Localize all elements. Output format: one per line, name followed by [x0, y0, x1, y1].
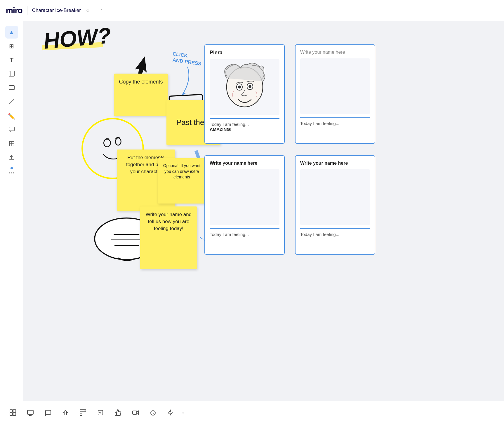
active-tool-indicator — [11, 167, 13, 169]
tool-upload[interactable] — [5, 152, 18, 165]
bottom-thumbsup[interactable] — [112, 407, 124, 418]
sticky-optional[interactable]: Optional: If you want you can draw extra… — [158, 158, 206, 204]
bolt-icon — [167, 409, 174, 416]
card-piera-feeling-value[interactable]: AMAZING! — [210, 127, 279, 132]
card-blank-3-name[interactable]: Write your name here — [300, 161, 370, 166]
topbar-divider — [27, 6, 27, 15]
svg-rect-0 — [9, 71, 14, 76]
line-icon — [8, 98, 15, 106]
tool-text[interactable]: T — [5, 54, 18, 67]
svg-text:HOW?: HOW? — [42, 23, 112, 53]
svg-rect-33 — [10, 413, 13, 416]
sticky-write-name[interactable]: Write your name and tell us how you are … — [140, 206, 197, 269]
canvas[interactable]: HOW? CLICK AND PRESS ↑ ALT — [23, 21, 504, 401]
crop-icon — [8, 140, 15, 148]
svg-text:AND PRESS: AND PRESS — [172, 57, 202, 67]
card-piera-feeling-line — [210, 118, 279, 119]
tool-line[interactable] — [5, 96, 18, 109]
card-blank-3-feeling[interactable]: Today I am feeling... — [300, 232, 370, 237]
card-piera-drawing — [210, 59, 279, 115]
card-blank-1-name[interactable]: Write your name here — [300, 50, 370, 55]
svg-rect-39 — [82, 410, 84, 412]
sidebar: ▲ ⊞ T ✏️ ••• — [0, 21, 23, 401]
card-blank-1[interactable]: Write your name here Today I am feeling.… — [295, 44, 375, 144]
svg-marker-10 — [135, 55, 150, 76]
bottom-export[interactable] — [95, 407, 106, 418]
svg-rect-41 — [80, 412, 82, 414]
card-blank-1-line — [300, 117, 370, 118]
card-piera-feeling-label[interactable]: Today I am feeling... — [210, 122, 279, 127]
frame-icon: ⊞ — [9, 43, 14, 50]
card-blank-2-drawing — [210, 169, 279, 225]
svg-rect-42 — [80, 414, 82, 416]
bottom-grid[interactable] — [7, 407, 19, 418]
share-icon-bottom — [62, 409, 69, 416]
tool-comment[interactable] — [5, 124, 18, 137]
grid-icon — [9, 409, 16, 416]
tool-rect[interactable] — [5, 82, 18, 95]
timer-icon — [150, 409, 157, 416]
svg-rect-38 — [80, 410, 82, 412]
export-icon — [97, 409, 104, 416]
sticky-icon — [8, 70, 15, 78]
bottom-bolt[interactable] — [165, 407, 176, 418]
tool-frame[interactable]: ⊞ — [5, 40, 18, 53]
card-blank-2-feeling[interactable]: Today I am feeling... — [210, 232, 279, 237]
topbar-divider-2 — [95, 6, 95, 15]
svg-rect-4 — [9, 127, 14, 131]
svg-text:CLICK: CLICK — [172, 51, 188, 59]
card-piera-name: Piera — [210, 50, 279, 56]
bottom-video[interactable] — [130, 407, 141, 418]
svg-rect-40 — [84, 410, 86, 412]
card-blank-3-line — [300, 228, 370, 229]
collapse-button[interactable]: « — [182, 410, 185, 415]
bottombar: « — [0, 401, 504, 424]
bottom-present[interactable] — [25, 407, 36, 418]
card-blank-1-feeling[interactable]: Today I am feeling... — [300, 121, 370, 126]
svg-rect-35 — [27, 410, 33, 414]
tool-sticky[interactable] — [5, 68, 18, 81]
card-blank-1-drawing — [300, 58, 370, 114]
topbar: miro Character Ice-Breaker ☆ ↑ — [0, 0, 504, 21]
bottom-apps[interactable] — [77, 407, 89, 418]
tool-pen[interactable]: ✏️ — [5, 110, 18, 123]
svg-rect-8 — [42, 42, 103, 50]
piera-face-svg — [218, 62, 271, 112]
tool-crop[interactable] — [5, 138, 18, 151]
select-icon: ▲ — [9, 29, 15, 36]
apps-icon — [79, 409, 86, 416]
upload-icon — [8, 154, 15, 162]
thumbsup-icon — [114, 409, 121, 416]
svg-rect-34 — [13, 413, 16, 416]
video-icon — [132, 409, 139, 416]
svg-rect-32 — [13, 410, 16, 412]
comment-icon — [8, 126, 15, 134]
share-icon[interactable]: ↑ — [100, 7, 102, 13]
svg-point-20 — [104, 139, 110, 147]
svg-rect-2 — [9, 86, 14, 90]
star-icon[interactable]: ☆ — [86, 7, 90, 14]
more-tools-button[interactable]: ••• — [8, 171, 15, 175]
bottom-comment[interactable] — [42, 407, 54, 418]
svg-marker-13 — [182, 92, 185, 95]
present-icon — [27, 409, 34, 416]
sticky-copy-elements[interactable]: Copy the elements — [114, 74, 168, 116]
card-piera[interactable]: Piera — [204, 44, 285, 144]
card-blank-2[interactable]: Write your name here Today I am feeling.… — [204, 155, 285, 255]
card-blank-3-drawing — [300, 169, 370, 225]
text-icon: T — [10, 56, 13, 64]
svg-rect-31 — [10, 410, 13, 412]
svg-line-3 — [9, 99, 14, 104]
canvas-inner: HOW? CLICK AND PRESS ↑ ALT — [23, 21, 504, 401]
rect-icon — [8, 84, 15, 92]
svg-point-28 — [238, 86, 241, 88]
svg-rect-43 — [133, 411, 137, 414]
bottom-timer[interactable] — [147, 407, 159, 418]
bottom-share[interactable] — [60, 407, 71, 418]
card-blank-3[interactable]: Write your name here Today I am feeling.… — [295, 155, 375, 255]
tool-select[interactable]: ▲ — [5, 26, 18, 39]
svg-point-21 — [115, 138, 121, 145]
miro-logo: miro — [6, 6, 22, 15]
card-blank-2-name[interactable]: Write your name here — [210, 161, 279, 166]
comment-icon-bottom — [44, 409, 51, 416]
